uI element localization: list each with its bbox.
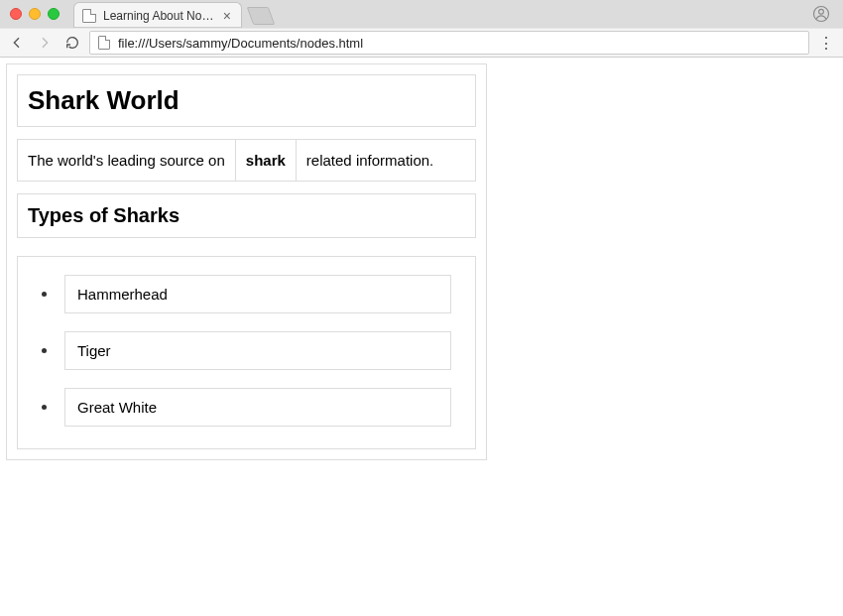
profile-icon[interactable] — [811, 4, 831, 24]
new-tab-button[interactable] — [247, 7, 276, 25]
document-body: Shark World The world's leading source o… — [0, 58, 843, 466]
file-icon — [98, 36, 110, 50]
list-item: Great White — [42, 388, 451, 427]
list-item-label: Hammerhead — [64, 275, 451, 313]
intro-text-post: related information. — [297, 140, 443, 181]
list-item-label: Great White — [64, 388, 451, 427]
close-tab-icon[interactable]: × — [223, 9, 231, 23]
forward-button[interactable] — [34, 32, 56, 54]
svg-point-1 — [819, 9, 824, 14]
url-text: file:///Users/sammy/Documents/nodes.html — [118, 36, 363, 51]
browser-toolbar: file:///Users/sammy/Documents/nodes.html… — [0, 28, 843, 58]
file-icon — [82, 9, 96, 23]
intro-text-pre: The world's leading source on — [18, 140, 235, 181]
bullet-icon — [42, 292, 47, 297]
tab-title: Learning About Nodes — [103, 9, 219, 23]
intro-paragraph: The world's leading source on shark rela… — [17, 139, 476, 182]
minimize-window-button[interactable] — [29, 8, 41, 20]
body-node: Shark World The world's leading source o… — [6, 63, 487, 460]
back-button[interactable] — [6, 32, 28, 54]
bullet-icon — [42, 348, 47, 353]
list-item-label: Tiger — [64, 331, 451, 370]
window-controls — [10, 8, 60, 20]
list-item: Tiger — [42, 331, 451, 370]
section-heading: Types of Sharks — [17, 193, 476, 238]
menu-button[interactable]: ⋮ — [815, 32, 837, 54]
close-window-button[interactable] — [10, 8, 22, 20]
viewport: Shark World The world's leading source o… — [0, 58, 843, 616]
maximize-window-button[interactable] — [48, 8, 60, 20]
page-heading: Shark World — [17, 74, 476, 127]
address-bar[interactable]: file:///Users/sammy/Documents/nodes.html — [89, 31, 809, 55]
tab-strip: Learning About Nodes × — [0, 0, 843, 28]
list-item: Hammerhead — [42, 275, 451, 313]
intro-strong: shark — [235, 140, 297, 181]
bullet-icon — [42, 405, 47, 410]
browser-tab[interactable]: Learning About Nodes × — [73, 2, 242, 28]
reload-button[interactable] — [61, 32, 83, 54]
shark-list: Hammerhead Tiger Great White — [17, 256, 476, 449]
